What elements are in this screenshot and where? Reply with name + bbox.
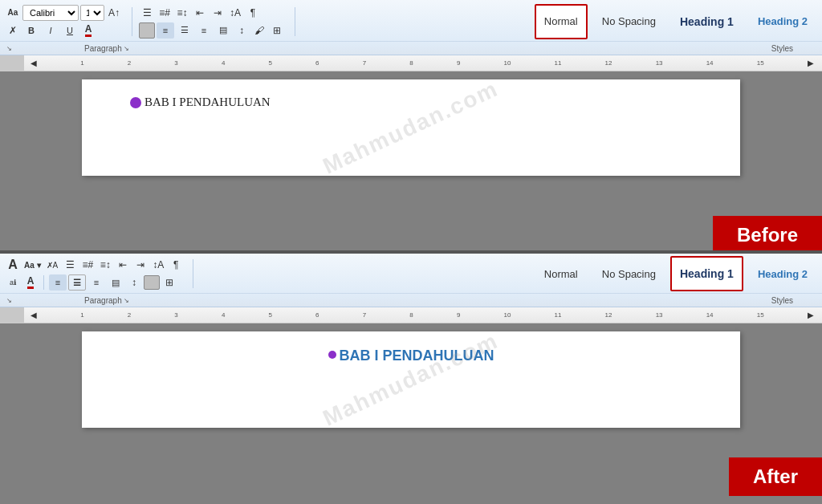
before-sep1 [132, 7, 132, 36]
before-bold-btn[interactable]: B [22, 22, 40, 39]
before-watermark: Mahmudan.com [82, 79, 740, 176]
after-doc-text: BAB I PENDAHULUAN [130, 348, 692, 364]
after-bullet-marker [328, 351, 336, 359]
after-ruler-12: 12 [605, 311, 612, 319]
before-ruler-arrow-left: ◀ [31, 59, 37, 67]
before-styles-label: Styles [771, 44, 817, 53]
before-style-heading2-label: Heading 2 [758, 15, 808, 27]
after-multilevel-btn2[interactable]: ≡↕ [97, 257, 113, 273]
before-highlight-btn[interactable]: 🖌 [251, 22, 267, 39]
after-font-color-icon: A [27, 276, 35, 289]
before-bullet-marker [130, 97, 141, 108]
before-justify-btn[interactable]: ▤ [214, 22, 232, 39]
before-underline-btn[interactable]: U [61, 22, 79, 39]
after-font-aa-btn[interactable]: Aa ▾ [22, 257, 43, 273]
after-font-color-btn[interactable]: A [22, 274, 39, 291]
after-highlight-bg-btn[interactable]: aℹ [5, 274, 21, 291]
before-ruler-8: 8 [409, 59, 413, 67]
after-numbered-btn2[interactable]: ≡# [79, 257, 96, 273]
before-border-btn[interactable]: ⊞ [269, 22, 285, 39]
after-style-heading1[interactable]: Heading 1 [670, 256, 743, 291]
after-bullets-btn2[interactable]: ☰ [62, 257, 78, 273]
after-justify-btn[interactable]: ▤ [107, 274, 124, 291]
after-linespace-btn[interactable]: ↕ [126, 274, 142, 291]
before-fontsize-selector[interactable]: 11 [80, 5, 104, 21]
before-watermark-text: Mahmudan.com [319, 79, 503, 176]
before-font-aa-btn[interactable]: Aa [5, 5, 21, 21]
before-para-label: Paragraph [84, 44, 122, 53]
after-label-text: After [753, 465, 798, 487]
after-border-btn[interactable]: ⊞ [161, 274, 177, 291]
before-ribbon: Aa Calibri 11 A↑ ✗ B I U [0, 0, 822, 55]
after-indent-inc-btn2[interactable]: ⇥ [132, 257, 149, 273]
before-italic-btn[interactable]: I [42, 22, 59, 39]
after-align-right-btn[interactable]: ≡ [87, 274, 105, 291]
after-sort-btn2[interactable]: ↕A [150, 257, 166, 273]
main-container: Aa Calibri 11 A↑ ✗ B I U [0, 0, 822, 504]
after-ruler-5: 5 [269, 311, 272, 319]
before-multilevel-btn[interactable]: ≡↕ [174, 5, 190, 21]
before-font-selector[interactable]: Calibri [22, 5, 79, 21]
before-ruler: ◀ 1 2 3 4 5 6 7 8 9 10 11 12 13 14 15 ▶ [0, 55, 822, 71]
before-align-right-btn[interactable]: ≡ [195, 22, 213, 39]
before-font-color-btn[interactable]: A [80, 22, 96, 39]
after-watermark-text: Mahmudan.com [319, 331, 503, 428]
after-ruler-14: 14 [706, 311, 714, 319]
before-para-expand-icon[interactable]: ↘ [124, 45, 129, 52]
before-style-heading1[interactable]: Heading 1 [670, 4, 743, 39]
after-clear-format-btn[interactable]: ✗A [44, 257, 61, 273]
after-font-group: A Aa ▾ ✗A ☰ ≡# ≡↕ ⇤ ⇥ ↕A ¶ aℹ A [5, 257, 184, 291]
after-indent-dec-btn2[interactable]: ⇤ [115, 257, 131, 273]
before-styles-group: Normal No Spacing Heading 1 Heading 2 [527, 4, 817, 39]
after-ruler-arrow-left: ◀ [31, 311, 37, 319]
before-para-group: ☰ ≡# ≡↕ ⇤ ⇥ ↕A ¶ ≡ ☰ ≡ ▤ ↕ [139, 5, 285, 39]
before-bullets-btn[interactable]: ☰ [139, 5, 155, 21]
before-style-heading2[interactable]: Heading 2 [748, 4, 817, 39]
before-numbered-btn[interactable]: ≡# [157, 5, 173, 21]
before-linespace-btn[interactable]: ↕ [234, 22, 250, 39]
after-style-heading2[interactable]: Heading 2 [748, 256, 817, 291]
after-pilcrow-btn2[interactable]: ¶ [168, 257, 184, 273]
after-ruler-9: 9 [457, 311, 460, 319]
after-ruler-8: 8 [409, 311, 413, 319]
after-style-normal-label: Normal [544, 268, 578, 280]
after-shading-btn[interactable] [144, 275, 160, 290]
before-ruler-3: 3 [174, 59, 177, 67]
before-style-normal[interactable]: Normal [535, 4, 588, 39]
before-font-row1: Aa Calibri 11 A↑ [5, 5, 122, 21]
before-shade-btn[interactable] [139, 22, 155, 39]
after-font-row2: aℹ A ≡ ☰ ≡ ▤ ↕ ⊞ [5, 274, 184, 291]
before-align-left-btn[interactable]: ≡ [157, 22, 174, 39]
before-sort-btn[interactable]: ↕A [227, 5, 243, 21]
after-align-center-btn[interactable]: ☰ [68, 274, 86, 291]
after-styles-label: Styles [771, 296, 817, 305]
after-ruler-2: 2 [128, 311, 131, 319]
before-indent-dec-btn[interactable]: ⇤ [192, 5, 208, 21]
after-style-nospacing-label: No Spacing [602, 268, 656, 280]
before-style-nospacing[interactable]: No Spacing [592, 4, 665, 39]
after-align-left-btn[interactable]: ≡ [49, 274, 67, 291]
before-font-expand-icon[interactable]: ↘ [6, 45, 12, 52]
before-ruler-14: 14 [706, 59, 714, 67]
before-pilcrow-btn[interactable]: ¶ [245, 5, 261, 21]
before-doc-page: Mahmudan.com BAB I PENDAHULUAN [82, 79, 740, 176]
after-ruler-10: 10 [503, 311, 511, 319]
after-para-expand-icon[interactable]: ↘ [124, 297, 129, 304]
after-font-expand-icon[interactable]: ↘ [6, 297, 12, 304]
after-style-nospacing[interactable]: No Spacing [592, 256, 665, 291]
after-font-a-large-btn[interactable]: A [5, 257, 21, 273]
before-doc-area: Mahmudan.com BAB I PENDAHULUAN Before [0, 71, 822, 250]
before-doc-text: BAB I PENDAHULUAN [130, 96, 692, 109]
before-ruler-arrow-right: ▶ [808, 59, 814, 67]
before-indent-inc-btn[interactable]: ⇥ [210, 5, 226, 21]
after-style-normal[interactable]: Normal [535, 256, 588, 291]
before-ruler-15: 15 [757, 59, 764, 67]
before-align-center-btn[interactable]: ☰ [176, 22, 193, 39]
before-sep2 [295, 7, 295, 36]
before-label-box: Before [713, 216, 822, 250]
before-clear-format-btn[interactable]: ✗ [5, 22, 21, 39]
before-fontsize-inc-btn[interactable]: A↑ [106, 5, 122, 21]
before-font-color-icon: A [85, 24, 92, 37]
before-ruler-5: 5 [269, 59, 272, 67]
after-ribbon: A Aa ▾ ✗A ☰ ≡# ≡↕ ⇤ ⇥ ↕A ¶ aℹ A [0, 254, 822, 307]
